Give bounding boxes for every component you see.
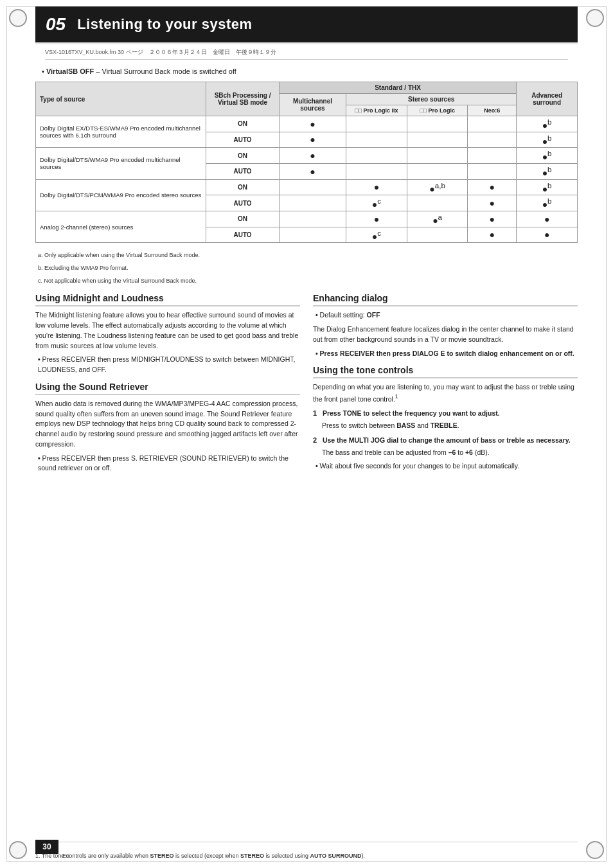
col-type-of-source: Type of source — [36, 82, 206, 116]
dot-3a-neo: ● — [468, 195, 517, 211]
dot-1-neo — [468, 116, 517, 132]
col-stereo-sources: Stereo sources — [346, 94, 517, 105]
note-text: 1. The tone controls are only available … — [35, 853, 365, 859]
mode-on-4: ON — [206, 211, 280, 227]
dot-3-mc — [279, 179, 346, 195]
dot-1a-mc: ● — [279, 132, 346, 148]
page-en: En — [62, 853, 69, 859]
corner-tl — [9, 9, 27, 27]
corner-tr — [586, 9, 604, 27]
dot-3-adv: ●b — [517, 179, 578, 195]
treble-label: TREBLE — [431, 421, 458, 429]
col-left: Using Midnight and Loudness The Midnight… — [35, 293, 300, 480]
dot-2-neo — [468, 148, 517, 164]
midnight-bullet: Press RECEIVER then press MIDNIGHT/LOUDN… — [38, 355, 300, 375]
sound-retriever-body-text: When audio data is removed during the WM… — [35, 399, 300, 450]
dot-2a-neo — [468, 163, 517, 179]
mode-auto-1: AUTO — [206, 132, 280, 148]
page-en-text: En — [62, 853, 69, 859]
source-3: Dolby Digital/DTS/PCM/WMA9 Pro encoded s… — [36, 179, 206, 211]
dot-2a-pl — [407, 163, 468, 179]
mode-auto-2: AUTO — [206, 163, 280, 179]
page-number-text: 30 — [42, 842, 51, 851]
source-4: Analog 2-channel (stereo) sources — [36, 211, 206, 242]
mode-auto-3: AUTO — [206, 195, 280, 211]
source-table: Type of source SBch Processing / Virtual… — [35, 82, 578, 243]
dot-3a-adv: ●b — [517, 195, 578, 211]
dot-3a-pl — [407, 195, 468, 211]
tone-step-2-label: 2 — [313, 436, 317, 444]
dot-1-mc: ● — [279, 116, 346, 132]
dot-4-adv: ● — [517, 211, 578, 227]
sound-retriever-bullet: Press RECEIVER then press S. RETRIEVER (… — [38, 454, 300, 474]
dot-4a-mc — [279, 227, 346, 243]
footnote-c: c. Not applicable when using the Virtual… — [38, 278, 578, 284]
dot-4a-neo: ● — [468, 227, 517, 243]
tone-wait-bullet: Wait about five seconds for your changes… — [315, 461, 578, 472]
footer-area: Note 1. The tone controls are only avail… — [35, 842, 578, 859]
dialog-body-text: The Dialog Enhancement feature localizes… — [313, 324, 578, 345]
plus6: +6 — [465, 448, 473, 456]
dot-4-pl: ●a — [407, 211, 468, 227]
chapter-title: Listening to your system — [77, 16, 252, 33]
dot-2a-adv: ●b — [517, 163, 578, 179]
sound-retriever-section-body: When audio data is removed during the WM… — [35, 399, 300, 474]
tone-body-text: Depending on what you are listening to, … — [313, 382, 578, 404]
bass-label: BASS — [396, 421, 415, 429]
tone-step-1-label: 1 — [313, 409, 317, 417]
dot-2-adv: ●b — [517, 148, 578, 164]
table-row: Analog 2-channel (stereo) sources ON ● ●… — [36, 211, 578, 227]
table-row: Dolby Digital/DTS/WMA9 Pro encoded multi… — [36, 148, 578, 164]
mode-on-3: ON — [206, 179, 280, 195]
source-2: Dolby Digital/DTS/WMA9 Pro encoded multi… — [36, 148, 206, 179]
mode-on-2: ON — [206, 148, 280, 164]
header-bar: 05 Listening to your system — [35, 6, 578, 42]
dot-2-pliix — [346, 148, 407, 164]
col-pro-logic-iix: □□ Pro Logic IIx — [346, 105, 407, 116]
corner-br — [586, 841, 604, 859]
dialog-section-body: Default setting: OFF The Dialog Enhancem… — [313, 310, 578, 359]
mode-auto-4: AUTO — [206, 227, 280, 243]
source-1: Dolby Digital EX/DTS-ES/WMA9 Pro encoded… — [36, 116, 206, 148]
dot-3a-pliix: ●c — [346, 195, 407, 211]
col-right: Enhancing dialog Default setting: OFF Th… — [313, 293, 578, 480]
virtual-sb-text: – Virtual Surround Back mode is switched… — [94, 67, 236, 75]
tone-step-1: 1 Press TONE to select the frequency you… — [313, 408, 578, 431]
dot-3-pl: ●a,b — [407, 179, 468, 195]
minus6: –6 — [449, 448, 456, 456]
dot-3-neo: ● — [468, 179, 517, 195]
dot-1-adv: ●b — [517, 116, 578, 132]
dot-1a-adv: ●b — [517, 132, 578, 148]
col-standard-thx: Standard / THX — [279, 82, 516, 94]
dot-2a-pliix — [346, 163, 407, 179]
dot-3a-mc — [279, 195, 346, 211]
sound-retriever-section-title: Using the Sound Retriever — [35, 382, 300, 395]
dialog-bullet: Press RECEIVER then press DIALOG E to sw… — [315, 349, 578, 359]
dot-4a-pliix: ●c — [346, 227, 407, 243]
tone-step-1-title: Press TONE to select the frequency you w… — [323, 409, 500, 417]
midnight-section-body: The Midnight listening feature allows yo… — [35, 310, 300, 375]
dot-2a-mc: ● — [279, 163, 346, 179]
col-neo6: Neo:6 — [468, 105, 517, 116]
virtual-sb-bullet: VirtualSB OFF – Virtual Surround Back mo… — [42, 67, 578, 75]
midnight-section-title: Using Midnight and Loudness — [35, 293, 300, 306]
table-row: Dolby Digital/DTS/PCM/WMA9 Pro encoded s… — [36, 179, 578, 195]
tone-step-2-body: The bass and treble can be adjusted from… — [322, 448, 578, 458]
tone-wait-text: Wait about five seconds for your changes… — [320, 462, 520, 470]
meta-text: VSX-1016TXV_KU.book.fm 30 ページ ２００６年３月２４日… — [45, 49, 276, 55]
dot-4-mc — [279, 211, 346, 227]
dot-1a-pliix — [346, 132, 407, 148]
sound-retriever-bullet-text: Press RECEIVER then press S. RETRIEVER (… — [38, 454, 289, 472]
page-number: 30 — [35, 840, 58, 854]
dot-4-neo: ● — [468, 211, 517, 227]
col-advanced: Advanced surround — [517, 82, 578, 116]
content-area: VirtualSB OFF – Virtual Surround Back mo… — [35, 67, 578, 829]
dot-3-pliix: ● — [346, 179, 407, 195]
note-section: Note 1. The tone controls are only avail… — [35, 846, 578, 859]
footnote-a: a. Only applicable when using the Virtua… — [38, 252, 578, 258]
meta-line: VSX-1016TXV_KU.book.fm 30 ページ ２００６年３月２４日… — [45, 48, 568, 60]
tone-section-title: Using the tone controls — [313, 365, 578, 378]
dialog-section-title: Enhancing dialog — [313, 293, 578, 306]
dialog-bullet-bold: Press RECEIVER then press DIALOG E to sw… — [320, 350, 574, 357]
dot-2-mc: ● — [279, 148, 346, 164]
